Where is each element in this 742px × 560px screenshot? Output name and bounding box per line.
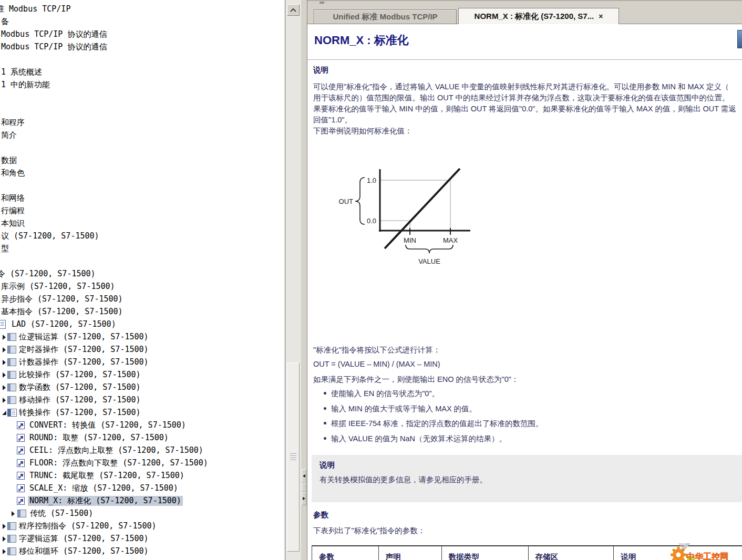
tree-item[interactable]: 库示例 (S7-1200, S7-1500) (0, 281, 285, 293)
tree-item[interactable]: 传统 (S7-1500) (0, 558, 285, 560)
expand-right-button[interactable] (302, 492, 306, 505)
tree-item-label: FLOOR: 浮点数向下取整 (S7-1200, S7-1500) (29, 458, 208, 468)
tree-item[interactable]: 传统 (S7-1500) (0, 507, 285, 520)
tab-unified-modbus[interactable]: Unified 标准 Modbus TCP/IP (314, 9, 457, 24)
collapsed-arrow-icon[interactable] (2, 347, 7, 353)
tree-item[interactable]: SCALE_X: 缩放 (S7-1200, S7-1500) (0, 482, 285, 495)
close-icon[interactable]: × (599, 12, 603, 20)
tree-item[interactable]: 型 (0, 243, 285, 255)
watermark-title: 中华工控网 (686, 552, 728, 560)
tree-item[interactable]: ROUND: 取整 (S7-1200, S7-1500) (0, 432, 285, 444)
condition-item: 输入 MIN 的值大于或等于输入 MAX 的值。 (331, 404, 477, 414)
tree-item[interactable]: NORM_X: 标准化 (S7-1200, S7-1500) (0, 495, 285, 507)
collapse-left-button[interactable] (302, 469, 306, 483)
tree-item[interactable]: FLOOR: 浮点数向下取整 (S7-1200, S7-1500) (0, 457, 285, 470)
scroll-up-button[interactable] (287, 4, 300, 16)
collapsed-arrow-icon[interactable] (2, 397, 7, 403)
tree-item-label: 字逻辑运算 (S7-1200, S7-1500) (19, 534, 149, 544)
parameters-intro: 下表列出了"标准化"指令的参数： (313, 526, 425, 536)
collapsed-arrow-icon[interactable] (2, 523, 7, 530)
tree-item[interactable]: 议 (S7-1200, S7-1500) (0, 230, 285, 243)
tree-scrollbar[interactable] (285, 0, 301, 560)
link-arrow-icon (17, 447, 25, 454)
tree-item[interactable]: 转换操作 (S7-1200, S7-1500) (0, 407, 285, 419)
collapsed-arrow-icon[interactable] (2, 536, 7, 542)
tree-item[interactable]: 1 系统概述 (0, 66, 285, 79)
column-header: 声明 (379, 546, 442, 560)
tree-item-label: 基本指令 (S7-1200, S7-1500) (1, 307, 123, 317)
collapsed-arrow-icon[interactable] (2, 548, 7, 555)
tree-item-label: 1 中的新功能 (1, 80, 50, 90)
value-brace-icon (406, 245, 453, 253)
description-line: 用于该标尺的）值范围的限值。输出 OUT 中的结果经过计算并存储为浮点数，这取决… (313, 93, 729, 103)
tree-item-label: Modbus TCP/IP 协议的通信 (1, 42, 107, 52)
tree-item[interactable]: 令 (S7-1200, S7-1500) (0, 268, 285, 281)
tree-item-label: CONVERT: 转换值 (S7-1200, S7-1500) (29, 420, 186, 430)
closed-book-icon (17, 510, 26, 517)
tree-item[interactable]: CONVERT: 转换值 (S7-1200, S7-1500) (0, 419, 285, 432)
tree-item[interactable]: LAD (S7-1200, S7-1500) (0, 318, 285, 331)
collapsed-arrow-icon[interactable] (2, 372, 7, 378)
tree-item[interactable]: 和程序 (0, 117, 285, 129)
tree-item[interactable]: 位逻辑运算 (S7-1200, S7-1500) (0, 331, 285, 344)
tree-item[interactable]: Modbus TCP/IP 协议的通信 (0, 28, 285, 41)
clipped-toolbar-button[interactable] (737, 30, 742, 48)
tree-item[interactable]: 移动操作 (S7-1200, S7-1500) (0, 394, 285, 407)
tree-item[interactable]: 异步指令 (S7-1200, S7-1500) (0, 293, 285, 306)
closed-book-icon (7, 522, 16, 530)
tree-item[interactable]: 数学函数 (S7-1200, S7-1500) (0, 381, 285, 394)
tree-item-label: 议 (S7-1200, S7-1500) (1, 231, 99, 241)
out-brace-icon (355, 178, 365, 224)
tree-item[interactable]: 和网络 (0, 192, 285, 205)
tree-item[interactable]: 计数器操作 (S7-1200, S7-1500) (0, 356, 285, 369)
section-heading-description: 说明 (313, 65, 328, 75)
bullet-icon (324, 437, 326, 440)
tree-item[interactable]: 准 Modbus TCP/IP (0, 3, 285, 16)
tree-item-label: 传统 (S7-1500) (30, 509, 93, 518)
tree-item[interactable]: 基本指令 (S7-1200, S7-1500) (0, 306, 285, 318)
collapsed-arrow-icon[interactable] (11, 511, 16, 517)
tree-item[interactable]: 移位和循环 (S7-1200, S7-1500) (0, 545, 285, 558)
tree-item-label: 转换操作 (S7-1200, S7-1500) (19, 408, 141, 418)
chevron-up-icon (289, 7, 297, 13)
tree-spacer (0, 180, 285, 192)
tree-item-label: CEIL: 浮点数向上取整 (S7-1200, S7-1500) (29, 445, 203, 455)
tree-item-label: ROUND: 取整 (S7-1200, S7-1500) (29, 433, 169, 443)
tree-item[interactable]: 简介 (0, 129, 285, 142)
tree-item[interactable]: 字逻辑运算 (S7-1200, S7-1500) (0, 533, 285, 545)
open-book-icon (7, 409, 17, 417)
tree-item[interactable]: CEIL: 浮点数向上取整 (S7-1200, S7-1500) (0, 444, 285, 457)
collapsed-arrow-icon[interactable] (2, 359, 7, 366)
splitter-handle[interactable] (302, 483, 306, 492)
tick-1-0: 1.0 (367, 177, 376, 184)
tree-item-label: LAD (S7-1200, S7-1500) (12, 319, 116, 329)
collapsed-arrow-icon[interactable] (2, 385, 7, 391)
bullet-icon (324, 407, 326, 410)
tree-item-label: 计数器操作 (S7-1200, S7-1500) (19, 357, 149, 367)
tree-spacer (0, 142, 285, 154)
tree-item[interactable]: 和角色 (0, 167, 285, 180)
tree-item[interactable]: 比较操作 (S7-1200, S7-1500) (0, 369, 285, 381)
column-header: 数据类型 (442, 546, 529, 560)
tree-item[interactable]: 本知识 (0, 217, 285, 230)
tree-item[interactable]: 定时器操作 (S7-1200, S7-1500) (0, 344, 285, 356)
help-contents-tree: 准 Modbus TCP/IP备Modbus TCP/IP 协议的通信Modbu… (0, 0, 285, 560)
note-text: 有关转换模拟值的更多信息，请参见相应的手册。 (320, 475, 487, 485)
scrollbar-thumb[interactable] (287, 362, 300, 552)
tree-item[interactable]: Modbus TCP/IP 协议的通信 (0, 41, 285, 54)
closed-book-icon (7, 333, 16, 341)
tab-norm-x[interactable]: NORM_X : 标准化 (S7-1200, S7... × (458, 8, 619, 24)
collapsed-arrow-icon[interactable] (2, 334, 7, 340)
tree-item[interactable]: 程序控制指令 (S7-1200, S7-1500) (0, 520, 285, 533)
tree-item-label: 数学函数 (S7-1200, S7-1500) (19, 382, 141, 392)
tree-item-label: 定时器操作 (S7-1200, S7-1500) (19, 345, 149, 355)
tree-item[interactable]: 行编程 (0, 205, 285, 217)
tree-item[interactable]: TRUNC: 截尾取整 (S7-1200, S7-1500) (0, 470, 285, 482)
tree-item-label: 准 Modbus TCP/IP (0, 4, 70, 14)
tree-item[interactable]: 数据 (0, 154, 285, 167)
panel-splitter[interactable] (301, 0, 307, 560)
tree-item[interactable]: 1 中的新功能 (0, 79, 285, 91)
expanded-arrow-icon[interactable] (2, 410, 7, 416)
tree-item[interactable]: 备 (0, 16, 285, 28)
condition-item: 根据 IEEE-754 标准，指定的浮点数的值超出了标准的数范围。 (331, 419, 543, 429)
